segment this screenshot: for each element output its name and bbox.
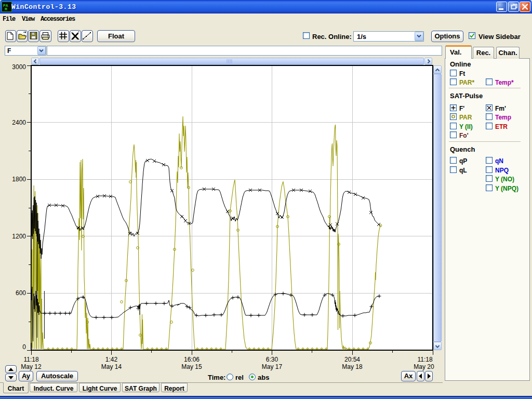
svg-text:600: 600 bbox=[16, 289, 26, 297]
svg-text:11:18: 11:18 bbox=[417, 356, 432, 363]
svg-text:May 18: May 18 bbox=[342, 363, 363, 370]
svg-text:3000: 3000 bbox=[12, 63, 26, 71]
svg-text:May 20: May 20 bbox=[414, 363, 434, 370]
svg-text:16:06: 16:06 bbox=[184, 356, 200, 363]
svg-text:11:18: 11:18 bbox=[23, 356, 38, 363]
svg-text:2400: 2400 bbox=[12, 119, 26, 126]
svg-text:0: 0 bbox=[22, 343, 26, 351]
svg-text:May 17: May 17 bbox=[262, 363, 283, 370]
svg-text:1200: 1200 bbox=[12, 233, 26, 240]
svg-text:6:30: 6:30 bbox=[266, 356, 278, 363]
svg-text:May 12: May 12 bbox=[21, 363, 42, 370]
svg-text:1800: 1800 bbox=[12, 176, 26, 183]
svg-text:May 15: May 15 bbox=[181, 363, 202, 370]
svg-text:20:54: 20:54 bbox=[344, 356, 360, 363]
svg-text:1:42: 1:42 bbox=[105, 356, 118, 363]
svg-text:May 14: May 14 bbox=[101, 363, 122, 370]
